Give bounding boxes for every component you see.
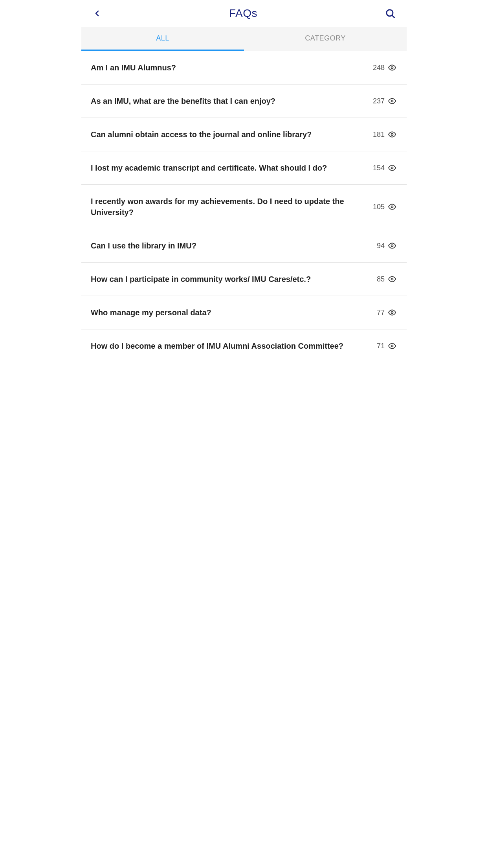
svg-point-9 xyxy=(391,312,393,314)
faq-view-count: 71 xyxy=(377,342,385,350)
faq-question: I recently won awards for my achievement… xyxy=(91,196,373,218)
eye-icon xyxy=(387,97,397,105)
faq-meta: 71 xyxy=(377,342,397,350)
faq-meta: 77 xyxy=(377,309,397,317)
faq-question: How can I participate in community works… xyxy=(91,274,377,285)
faq-question: How do I become a member of IMU Alumni A… xyxy=(91,340,377,351)
faq-list: Am I an IMU Alumnus?248As an IMU, what a… xyxy=(81,51,407,362)
faq-item[interactable]: Can alumni obtain access to the journal … xyxy=(81,118,407,151)
app-header: FAQs xyxy=(81,0,407,27)
eye-icon xyxy=(387,64,397,72)
eye-icon xyxy=(387,342,397,350)
faq-meta: 181 xyxy=(373,131,397,139)
search-button[interactable] xyxy=(383,6,397,20)
faq-item[interactable]: I lost my academic transcript and certif… xyxy=(81,151,407,185)
svg-point-8 xyxy=(391,278,393,280)
svg-point-3 xyxy=(391,100,393,102)
faq-item[interactable]: I recently won awards for my achievement… xyxy=(81,185,407,229)
svg-point-5 xyxy=(391,167,393,169)
faq-view-count: 105 xyxy=(373,203,385,211)
faq-meta: 237 xyxy=(373,97,397,105)
faq-view-count: 85 xyxy=(377,275,385,283)
eye-icon xyxy=(387,131,397,138)
eye-icon xyxy=(387,309,397,316)
faq-question: Can alumni obtain access to the journal … xyxy=(91,129,373,140)
faq-view-count: 248 xyxy=(373,64,385,72)
faq-question: I lost my academic transcript and certif… xyxy=(91,162,373,173)
faq-view-count: 77 xyxy=(377,309,385,317)
faq-meta: 94 xyxy=(377,242,397,250)
svg-point-2 xyxy=(391,67,393,69)
faq-item[interactable]: Am I an IMU Alumnus?248 xyxy=(81,51,407,85)
tab-all[interactable]: ALL xyxy=(81,27,244,51)
faq-item[interactable]: Can I use the library in IMU?94 xyxy=(81,229,407,263)
faq-item[interactable]: How do I become a member of IMU Alumni A… xyxy=(81,329,407,362)
faq-question: Who manage my personal data? xyxy=(91,307,377,318)
svg-point-4 xyxy=(391,134,393,136)
page-title: FAQs xyxy=(229,7,257,20)
faq-question: Can I use the library in IMU? xyxy=(91,240,377,251)
tab-bar: ALL CATEGORY xyxy=(81,27,407,51)
faq-view-count: 94 xyxy=(377,242,385,250)
tab-category[interactable]: CATEGORY xyxy=(244,27,407,51)
search-icon xyxy=(385,8,396,19)
faq-question: Am I an IMU Alumnus? xyxy=(91,62,373,73)
back-chevron-icon xyxy=(92,9,102,18)
faq-question: As an IMU, what are the benefits that I … xyxy=(91,96,373,107)
svg-point-6 xyxy=(391,206,393,208)
eye-icon xyxy=(387,275,397,283)
faq-view-count: 237 xyxy=(373,97,385,105)
eye-icon xyxy=(387,203,397,211)
faq-meta: 105 xyxy=(373,203,397,211)
eye-icon xyxy=(387,164,397,172)
svg-point-10 xyxy=(391,345,393,347)
faq-meta: 248 xyxy=(373,64,397,72)
svg-line-1 xyxy=(392,15,394,17)
faq-view-count: 181 xyxy=(373,131,385,139)
back-button[interactable] xyxy=(91,7,103,20)
svg-point-7 xyxy=(391,245,393,247)
faq-view-count: 154 xyxy=(373,164,385,172)
eye-icon xyxy=(387,242,397,250)
faq-item[interactable]: How can I participate in community works… xyxy=(81,263,407,296)
faq-item[interactable]: Who manage my personal data?77 xyxy=(81,296,407,329)
faq-meta: 85 xyxy=(377,275,397,283)
faq-meta: 154 xyxy=(373,164,397,172)
faq-item[interactable]: As an IMU, what are the benefits that I … xyxy=(81,85,407,118)
